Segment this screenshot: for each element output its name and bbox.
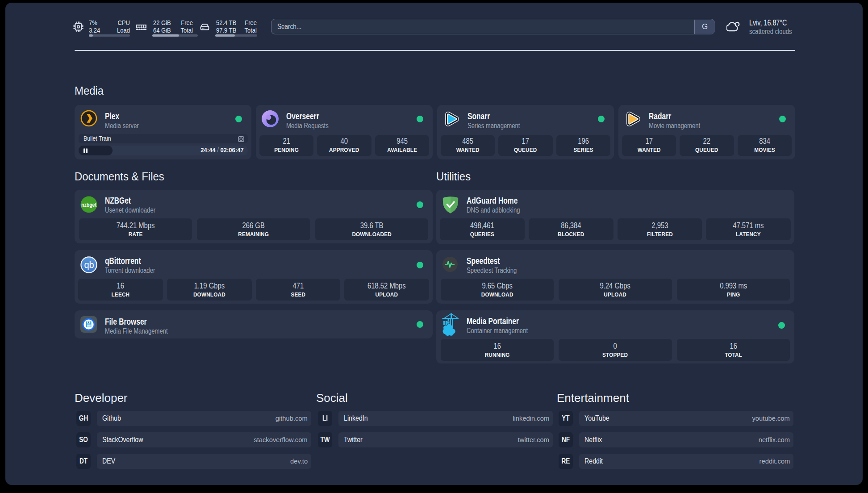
svg-text:qb: qb (84, 260, 94, 270)
svg-text:nzbget: nzbget (81, 202, 97, 208)
